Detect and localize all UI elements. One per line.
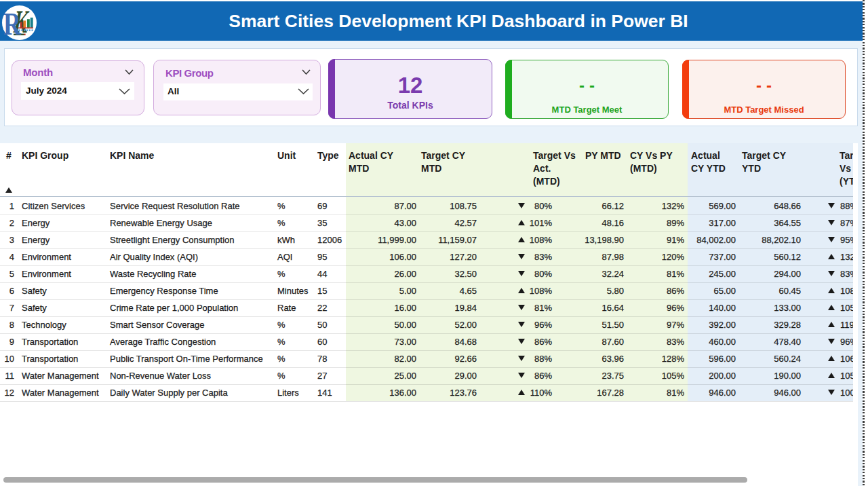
svg-text:R: R (3, 7, 22, 41)
